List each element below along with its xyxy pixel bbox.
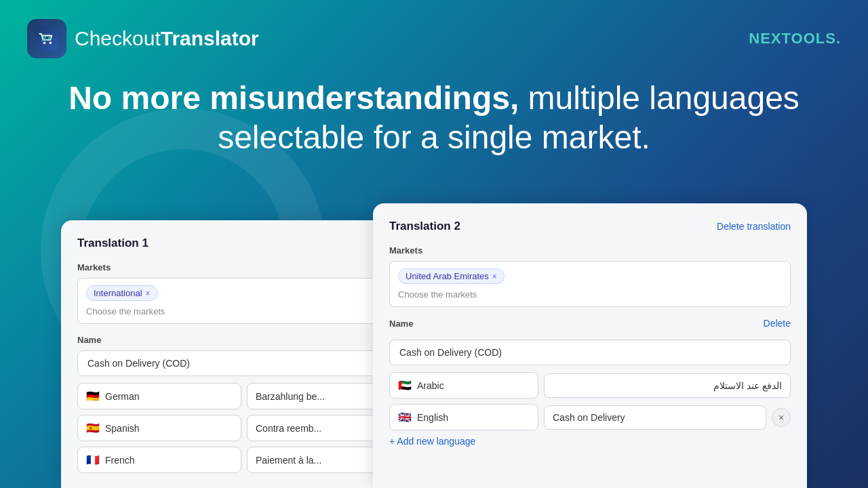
cards-container: Translation 1 Markets International × Ch… bbox=[61, 203, 807, 488]
logo: 文A CheckoutTranslator bbox=[27, 19, 259, 58]
card1-tag-remove[interactable]: × bbox=[146, 289, 151, 298]
hero-section: No more misunderstandings, multiple lang… bbox=[0, 58, 868, 170]
hero-normal: multiple languages bbox=[519, 80, 800, 116]
card1-lang-french: 🇫🇷 French bbox=[77, 447, 241, 473]
french-flag: 🇫🇷 bbox=[86, 453, 100, 466]
logo-normal: Checkout bbox=[75, 27, 161, 49]
card2-arabic-label: Arabic bbox=[417, 380, 444, 391]
card1-markets-label: Markets bbox=[77, 262, 411, 272]
translation-card-2: Translation 2 Delete translation Markets… bbox=[373, 203, 807, 488]
english-flag: 🇬🇧 bbox=[398, 411, 412, 424]
delete-translation-button[interactable]: Delete translation bbox=[717, 221, 791, 232]
svg-point-2 bbox=[50, 42, 52, 45]
card2-choose-markets[interactable]: Choose the markets bbox=[398, 288, 782, 300]
card1-lang-row-german: 🇩🇪 German Barzahlung be... bbox=[77, 383, 411, 409]
card1-choose-markets[interactable]: Choose the markets bbox=[86, 305, 402, 317]
card2-markets-box[interactable]: United Arab Emirates × Choose the market… bbox=[389, 261, 791, 307]
card2-markets-label: Markets bbox=[389, 245, 791, 256]
add-language-button[interactable]: + Add new language bbox=[389, 436, 791, 447]
card2-lang-english: 🇬🇧 English bbox=[389, 404, 538, 430]
translation-card-1: Translation 1 Markets International × Ch… bbox=[61, 220, 427, 488]
card2-tag-remove[interactable]: × bbox=[492, 272, 497, 281]
card2-title: Translation 2 bbox=[389, 220, 460, 233]
card1-french-label: French bbox=[105, 455, 135, 466]
card2-lang-row-arabic: 🇦🇪 Arabic الدفع عند الاستلام bbox=[389, 372, 791, 399]
card2-lang-arabic: 🇦🇪 Arabic bbox=[389, 372, 538, 399]
card1-title-row: Translation 1 bbox=[77, 237, 411, 250]
card2-english-label: English bbox=[417, 412, 448, 423]
logo-bold: Translator bbox=[161, 27, 259, 49]
nextools-brand: NEXTOOLS. bbox=[749, 30, 841, 47]
card1-lang-row-spanish: 🇪🇸 Spanish Contra reemb... bbox=[77, 415, 411, 441]
card2-name-row: Name Delete bbox=[389, 318, 791, 329]
remove-english-button[interactable]: × bbox=[772, 408, 791, 427]
card2-title-row: Translation 2 Delete translation bbox=[389, 220, 791, 233]
card1-spanish-label: Spanish bbox=[105, 423, 140, 434]
arabic-flag: 🇦🇪 bbox=[398, 379, 412, 392]
card1-lang-row-french: 🇫🇷 French Paiement à la... bbox=[77, 447, 411, 473]
logo-icon: 文A bbox=[27, 19, 66, 58]
svg-text:文A: 文A bbox=[41, 35, 52, 41]
card1-lang-spanish: 🇪🇸 Spanish bbox=[77, 415, 241, 441]
card1-lang-german: 🇩🇪 German bbox=[77, 383, 241, 409]
card2-arabic-value[interactable]: الدفع عند الاستلام bbox=[544, 373, 791, 398]
card2-market-tag: United Arab Emirates × bbox=[398, 268, 505, 284]
german-flag: 🇩🇪 bbox=[86, 390, 100, 403]
card2-english-value[interactable]: Cash on Delivery bbox=[544, 405, 766, 430]
card1-german-label: German bbox=[105, 391, 140, 402]
card1-name-input[interactable] bbox=[77, 350, 411, 376]
hero-line2: selectable for a single market. bbox=[218, 119, 650, 155]
card1-markets-box[interactable]: International × Choose the markets bbox=[77, 278, 411, 324]
card2-lang-row-english: 🇬🇧 English Cash on Delivery × bbox=[389, 404, 791, 430]
hero-headline: No more misunderstandings, multiple lang… bbox=[41, 79, 827, 157]
card1-title: Translation 1 bbox=[77, 237, 149, 250]
svg-point-1 bbox=[43, 42, 46, 45]
hero-bold: No more misunderstandings, bbox=[68, 80, 519, 116]
delete-name-button[interactable]: Delete bbox=[764, 318, 791, 329]
header: 文A CheckoutTranslator NEXTOOLS. bbox=[0, 0, 868, 58]
card1-market-tag: International × bbox=[86, 285, 158, 301]
card2-name-label: Name bbox=[389, 319, 413, 329]
logo-text: CheckoutTranslator bbox=[75, 27, 259, 50]
card1-name-label: Name bbox=[77, 335, 411, 345]
spanish-flag: 🇪🇸 bbox=[86, 422, 100, 434]
card2-name-input[interactable] bbox=[389, 340, 791, 365]
